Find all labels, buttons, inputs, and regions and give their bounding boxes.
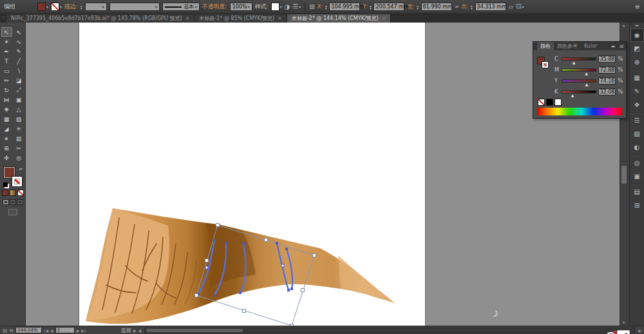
blend-tool[interactable]: ✳ — [14, 124, 24, 133]
y-slider-track[interactable]: ▲ — [562, 79, 596, 83]
pencil-tool[interactable]: ✏ — [1, 75, 12, 85]
symbol-sprayer-tool[interactable]: ∗ — [1, 133, 12, 143]
eraser-tool[interactable]: ◪ — [14, 75, 24, 85]
draw-behind-button[interactable] — [10, 199, 16, 205]
draw-inside-button[interactable] — [17, 199, 23, 205]
screen-mode-button[interactable] — [8, 209, 17, 215]
constrain-proportions-icon[interactable]: ∞ — [455, 4, 459, 10]
gradient-button[interactable] — [10, 190, 16, 196]
style-swatch[interactable] — [271, 3, 279, 11]
x-field[interactable]: 104.995 mm — [329, 3, 360, 11]
slider-knob-icon[interactable]: ▲ — [571, 93, 574, 97]
opacity-combo[interactable]: 100%▾ — [230, 3, 252, 11]
stroke-weight-stepper[interactable]: ▴▾ — [80, 5, 82, 10]
grid-icon[interactable]: ▤ — [3, 328, 8, 333]
artboard-tool[interactable]: ⊞ — [1, 143, 12, 153]
color-guide-icon[interactable]: ◩ — [630, 42, 644, 55]
first-artboard-button[interactable]: |◀ — [44, 328, 48, 333]
slider-knob-icon[interactable]: ▲ — [573, 61, 576, 64]
c-slider-track[interactable]: ▲ — [562, 57, 596, 61]
recolor-artwork-icon[interactable]: ⊕ — [630, 55, 644, 69]
m-slider-track[interactable]: ▲ — [562, 68, 596, 72]
perspective-grid-tool[interactable]: △ — [14, 104, 24, 114]
last-artboard-button[interactable]: ▶| — [81, 328, 86, 333]
tab-close-icon[interactable]: × — [185, 15, 190, 21]
stroke-color-swatch[interactable] — [12, 176, 23, 187]
shear-icon[interactable]: ▱ — [509, 4, 514, 10]
m-value-field[interactable]: 72.88 — [598, 66, 616, 74]
artboards-icon[interactable]: ⊞ — [630, 199, 644, 212]
layers-icon[interactable]: ▤ — [630, 185, 644, 199]
tools-button[interactable] — [617, 330, 630, 334]
appearance-icon[interactable]: ◎ — [630, 156, 644, 170]
stroke-none-swatch[interactable] — [51, 3, 59, 11]
hand-tool[interactable]: ✜ — [1, 153, 12, 162]
scroll-up-icon[interactable]: ▲ — [620, 23, 627, 28]
color-panel-tab[interactable]: 颜色参考 — [554, 42, 581, 50]
artboard-combo[interactable]: 1▾ — [55, 327, 75, 333]
brush-pen-tool[interactable]: ✎ — [14, 46, 24, 56]
k-slider-track[interactable]: ▲ — [562, 90, 596, 93]
scroll-left-icon[interactable]: ◀ — [138, 328, 142, 333]
panel-menu-icon[interactable]: ≡ — [635, 4, 640, 10]
stroke-mini-swatch[interactable] — [542, 61, 549, 68]
width-profile-combo[interactable]: ▾ — [109, 3, 160, 11]
gradient-tool[interactable]: ▧ — [14, 114, 24, 124]
draw-normal-button[interactable] — [3, 199, 9, 205]
type-tool[interactable]: T — [1, 56, 12, 66]
swap-fill-stroke-icon[interactable]: ⇄ — [19, 166, 22, 171]
y-stepper[interactable]: ▴▾ — [370, 5, 372, 10]
transparency-icon[interactable]: ◐ — [630, 141, 644, 154]
width-field[interactable]: 61.990 mm — [421, 3, 452, 11]
fill-color-picker[interactable]: ▾ — [37, 3, 48, 11]
direct-selection-tool[interactable]: ⇖ — [14, 27, 24, 37]
expand-panels-icon[interactable]: ◄► — [630, 23, 644, 28]
scale-tool[interactable]: ⤢ — [14, 85, 24, 95]
x-stepper[interactable]: ▴▾ — [325, 5, 327, 10]
align-icon[interactable]: ☰▾ — [292, 3, 301, 10]
eyedropper-tool[interactable]: ◢ — [1, 124, 12, 133]
shape-builder-tool[interactable]: ❖ — [1, 104, 12, 114]
height-field[interactable]: 34.313 mm — [475, 3, 506, 11]
style-picker[interactable]: ▾ — [271, 3, 282, 11]
zoom-combo[interactable]: 144.14%▾ — [15, 327, 42, 333]
white-swatch[interactable] — [554, 99, 562, 106]
width-stepper[interactable]: ▴▾ — [417, 5, 419, 10]
horizontal-scroll-thumb[interactable] — [146, 329, 243, 332]
status-expand-icon[interactable]: ▶ — [133, 328, 137, 333]
k-value-field[interactable]: 32.08 — [598, 88, 616, 95]
paintbrush-tool[interactable]: ∖ — [14, 66, 24, 75]
c-value-field[interactable]: 35.88 — [598, 55, 616, 63]
free-transform-tool[interactable]: ▣ — [14, 95, 24, 104]
lasso-tool[interactable]: ∿ — [14, 37, 24, 46]
slider-knob-icon[interactable]: ▲ — [585, 83, 589, 86]
line-tool[interactable]: ╱ — [14, 56, 24, 66]
gradient-icon[interactable]: ▧ — [630, 127, 644, 141]
artwork[interactable] — [80, 206, 396, 326]
scroll-down-icon[interactable]: ▼ — [620, 320, 627, 326]
color-panel-tab[interactable]: 颜色 — [537, 42, 554, 50]
tab-close-icon[interactable]: × — [278, 15, 282, 21]
black-swatch[interactable] — [546, 99, 553, 106]
none-swatch[interactable] — [538, 99, 545, 106]
color-panel-icon[interactable]: ◉ — [630, 28, 644, 42]
selection-tool[interactable]: ↖ — [1, 27, 12, 37]
graph-tool[interactable]: ▥ — [14, 133, 24, 143]
download-widget[interactable]: ↓ 0.02K/s + ▼ — [551, 330, 638, 334]
default-fill-stroke-icon[interactable] — [3, 182, 8, 187]
brush-definition-combo[interactable]: 基本▾ — [162, 3, 200, 11]
pen-tool[interactable]: ✒ — [1, 46, 12, 56]
panel-menu-icon[interactable]: ≡ — [617, 42, 626, 50]
symbols-icon[interactable]: ❖ — [630, 98, 644, 112]
graphic-styles-icon[interactable]: ▣ — [630, 170, 644, 183]
fill-swatch[interactable] — [37, 3, 46, 11]
transform-options-icon[interactable]: ⊡▾ — [516, 3, 524, 10]
color-button[interactable] — [2, 190, 8, 196]
stroke-weight-combo[interactable]: ▾ — [85, 3, 107, 11]
document-tab[interactable]: 未标题-2* @ 144.14% (CMYK/预览)× — [287, 14, 391, 23]
rotate-tool[interactable]: ↻ — [1, 85, 12, 95]
document-setup-icon[interactable]: ◑ — [285, 4, 290, 10]
mesh-tool[interactable]: ▦ — [1, 114, 12, 124]
prev-artboard-button[interactable]: ◀ — [50, 328, 53, 333]
height-stepper[interactable]: ▴▾ — [471, 5, 473, 10]
